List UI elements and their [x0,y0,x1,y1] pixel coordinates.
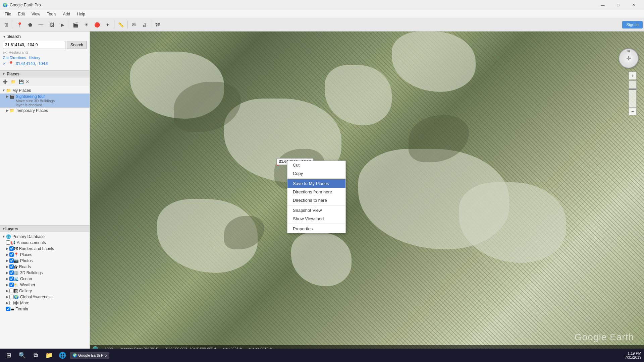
history-link[interactable]: History [29,56,40,60]
layer-borders-check[interactable] [9,246,14,251]
taskbar-browser-btn[interactable]: 🌐 [56,349,68,361]
layer-terrain[interactable]: ⛰ Terrain [0,306,90,312]
layer-global-check[interactable] [9,295,14,299]
layer-3d-buildings[interactable]: ▶ 🏢 3D Buildings [0,270,90,276]
layers-collapse-arrow[interactable]: ▼ [2,227,5,231]
my-places-item[interactable]: ▼ 📁 My Places [0,87,90,94]
places-folder-btn[interactable]: 📁 [9,78,17,85]
layers-title: Layers [5,227,18,231]
layer-gallery-label: Gallery [19,289,32,293]
layer-ocean-check[interactable] [9,277,14,281]
layer-roads-check[interactable] [9,264,14,269]
toolbar-sep-1 [13,21,13,29]
ctx-properties[interactable]: Properties [287,225,345,233]
map-area[interactable]: 📍 31.614140, -104.9 Cut Copy Save to My … [90,32,644,353]
menu-file[interactable]: File [1,11,14,17]
toolbar-placemark-btn[interactable]: 📍 [14,20,24,30]
menu-view[interactable]: View [28,11,44,17]
toolbar-maps-btn[interactable]: 🗺 [153,20,163,30]
toolbar-mars-btn[interactable]: 🔴 [92,20,102,30]
ctx-directions-from[interactable]: Directions from here [287,188,345,196]
layer-weather-check[interactable] [9,283,14,287]
taskbar-search-btn[interactable]: 🔍 [16,349,28,361]
layer-gallery-check[interactable] [9,289,14,293]
places-collapse-arrow[interactable]: ▼ [2,72,5,76]
ctx-show-viewshed[interactable]: Show Viewshed [287,215,345,223]
menu-edit[interactable]: Edit [14,11,28,17]
search-placeholder: ex: Restaurants [3,50,87,54]
layer-announcements-check[interactable] [6,240,10,245]
search-collapse-arrow[interactable]: ▼ [3,35,6,39]
sightseeing-sub1: Make sure 3D Buildings [16,99,55,103]
toolbar-sky-btn[interactable]: ✦ [103,20,113,30]
primary-db-icon: 🌐 [6,234,11,239]
menu-add[interactable]: Add [60,11,73,17]
compass-arrows: ✛ [626,55,631,62]
zoom-slider-thumb [629,88,636,90]
minimize-button[interactable]: — [595,0,610,10]
search-result-item: ✓ 📍 31.614140, -104.9 [3,60,87,68]
close-button[interactable]: ✕ [626,0,641,10]
result-coord[interactable]: 31.614140, -104.9 [16,61,48,66]
toolbar-tour-btn[interactable]: 🎬 [70,20,80,30]
sightseeing-tour-item[interactable]: ▶ 🎬 Sightseeing tour Make sure 3D Buildi… [0,94,90,108]
zoom-out-button[interactable]: − [629,107,637,115]
layer-more[interactable]: ▶ ➕ More [0,300,90,306]
ctx-save-to-my-places[interactable]: Save to My Places [287,179,345,188]
toolbar-ruler-btn[interactable]: 📏 [116,20,126,30]
toolbar-email-btn[interactable]: ✉ [129,20,139,30]
taskbar-task-view-btn[interactable]: ⧉ [30,349,42,361]
layer-gallery[interactable]: ▶ 🖼 Gallery [0,288,90,294]
layer-more-check[interactable] [9,301,14,305]
toolbar-sun-btn[interactable]: ☀ [81,20,91,30]
menu-tools[interactable]: Tools [44,11,60,17]
main-layout: ▼ Search Search ex: Restaurants Get Dire… [0,32,644,353]
ctx-copy[interactable]: Copy [287,169,345,178]
layer-photos-check[interactable] [9,258,14,263]
places-save-btn[interactable]: 💾 [17,78,25,85]
maximize-button[interactable]: □ [610,0,626,10]
primary-db-item[interactable]: ▼ 🌐 Primary Database [0,234,90,240]
toolbar-sidebar-btn[interactable]: ⊞ [1,20,11,30]
get-directions-link[interactable]: Get Directions [3,56,26,60]
places-section: ▼ Places ➕ 📁 💾 ✕ ▼ 📁 My Places ▶ � [0,71,90,225]
places-tree: ▼ 📁 My Places ▶ 🎬 Sightseeing tour Make … [0,86,90,225]
ctx-directions-to[interactable]: Directions to here [287,196,345,204]
places-close-btn[interactable]: ✕ [25,79,30,84]
places-header: ▼ Places [0,71,90,77]
taskbar-ge-app[interactable]: 🌍 Google Earth Pro [70,352,109,359]
search-button[interactable]: Search [67,41,87,49]
ctx-sep-2 [287,205,345,205]
temporary-places-item[interactable]: ▶ 📁 Temporary Places [0,108,90,114]
search-input[interactable] [3,41,65,49]
ctx-snapshot-view[interactable]: Snapshot View [287,206,345,215]
layer-weather[interactable]: ▶ ⛅ Weather [0,282,90,288]
layer-borders-label: Borders and Labels [19,246,54,251]
layer-3d-icon: 🏢 [14,270,19,275]
toolbar-overlay-btn[interactable]: 🖼 [47,20,57,30]
layer-photos[interactable]: ▶ 📷 Photos [0,258,90,264]
toolbar-polygon-btn[interactable]: ⬟ [25,20,35,30]
sign-in-button[interactable]: Sign in [622,21,643,28]
layer-ocean[interactable]: ▶ 🌊 Ocean [0,276,90,282]
nav-compass[interactable]: N ✛ [619,48,639,68]
layer-roads[interactable]: ▶ 🛣 Roads [0,264,90,270]
ctx-cut[interactable]: Cut [287,161,345,169]
menu-help[interactable]: Help [73,11,89,17]
toolbar-print-btn[interactable]: 🖨 [140,20,150,30]
toolbar-record-btn[interactable]: ▶ [57,20,67,30]
layer-announcements[interactable]: 📢 Announcements [0,240,90,246]
sightseeing-label: Sightseeing tour [16,94,45,99]
layer-3d-check[interactable] [9,270,14,275]
taskbar-start-button[interactable]: ⊞ [3,349,15,361]
taskbar-file-explorer-btn[interactable]: 📁 [43,349,55,361]
layer-terrain-check[interactable] [6,307,10,311]
temp-arrow: ▶ [6,109,9,112]
layer-places[interactable]: ▶ 📍 Places [0,252,90,258]
layer-global-awareness[interactable]: ▶ 🌍 Global Awareness [0,294,90,300]
layer-places-check[interactable] [9,252,14,257]
places-add-btn[interactable]: ➕ [1,78,9,85]
layer-borders[interactable]: ▶ 🗺 Borders and Labels [0,246,90,252]
toolbar-path-btn[interactable]: 〰 [36,20,46,30]
zoom-in-button[interactable]: + [629,72,637,80]
